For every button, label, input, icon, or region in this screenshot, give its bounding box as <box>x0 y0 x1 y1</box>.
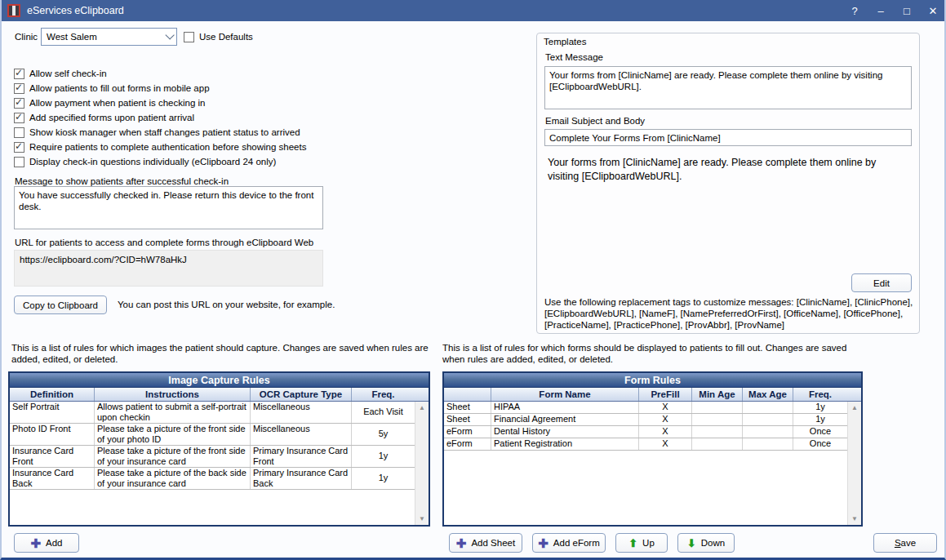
form-rules-header-row: Form Name PreFill Min Age Max Age Freq. <box>444 388 861 402</box>
form-rules-intro: This is a list of rules for which forms … <box>442 342 864 365</box>
email-subject-input[interactable]: Complete Your Forms From [ClinicName] <box>544 129 912 146</box>
image-rules-table-title: Image Capture Rules <box>10 373 429 388</box>
window-title: eServices eClipboard <box>27 5 124 16</box>
help-icon[interactable]: ? <box>842 0 868 21</box>
form-rules-scrollbar[interactable]: ▲ ▼ <box>847 402 861 525</box>
add-eform-button[interactable]: ✚ Add eForm <box>532 533 606 553</box>
clinic-label: Clinic <box>15 32 38 42</box>
checkbox-box[interactable]: ✓ <box>14 83 24 94</box>
option-allow-self-checkin[interactable]: ✓ Allow self check-in <box>14 67 107 80</box>
plus-icon: ✚ <box>538 537 549 549</box>
title-bar: eServices eClipboard ? – □ ✕ <box>0 0 946 21</box>
add-sheet-button[interactable]: ✚ Add Sheet <box>449 533 522 553</box>
table-row[interactable]: Sheet HIPAA X 1y <box>444 402 847 414</box>
image-rules-header-row: Definition Instructions OCR Capture Type… <box>10 388 429 402</box>
col-definition[interactable]: Definition <box>10 388 94 401</box>
add-image-rule-button[interactable]: ✚ Add <box>14 533 79 553</box>
option-label: Display check-in questions individually … <box>29 157 276 167</box>
move-down-button[interactable]: ⬇ Down <box>677 533 735 553</box>
checkin-message-input[interactable]: You have successfully checked in. Please… <box>14 186 323 229</box>
clinic-select[interactable]: West Salem <box>41 28 177 46</box>
col-max-age[interactable]: Max Age <box>742 388 793 401</box>
col-freq[interactable]: Freq. <box>351 388 415 401</box>
option-individual-questions[interactable]: ✓ Display check-in questions individuall… <box>14 155 276 168</box>
table-row[interactable]: Insurance Card Back Please take a pictur… <box>10 468 415 490</box>
chevron-down-icon <box>165 30 174 39</box>
col-min-age[interactable]: Min Age <box>691 388 742 401</box>
eclipboard-url-label: URL for patients to access and complete … <box>15 238 313 247</box>
save-button[interactable]: Save <box>873 533 937 553</box>
replacement-tags-note: Use the following replacement tags to cu… <box>544 296 915 331</box>
text-message-input[interactable]: Your forms from [ClinicName] are ready. … <box>544 66 912 109</box>
use-defaults-checkbox[interactable]: ✓ Use Defaults <box>184 30 253 43</box>
copy-url-note: You can post this URL on your website, f… <box>118 300 335 309</box>
option-label: Allow patients to fill out forms in mobi… <box>29 83 210 93</box>
form-rules-table-title: Form Rules <box>444 373 861 388</box>
col-form-freq[interactable]: Freq. <box>793 388 847 401</box>
checkbox-box[interactable]: ✓ <box>14 69 24 79</box>
templates-groupbox: Templates Text Message Your forms from [… <box>536 33 920 334</box>
option-label: Add specified forms upon patient arrival <box>29 113 194 122</box>
checkbox-box[interactable]: ✓ <box>14 157 24 167</box>
checkin-message-label: Message to show patients after successfu… <box>15 176 229 186</box>
image-rules-intro: This is a list of rules for which images… <box>11 342 433 365</box>
col-type[interactable] <box>444 388 491 401</box>
clinic-selected-value: West Salem <box>47 32 97 42</box>
col-instructions[interactable]: Instructions <box>94 388 250 401</box>
move-up-button[interactable]: ⬆ Up <box>615 533 668 553</box>
table-row[interactable]: Photo ID Front Please take a picture of … <box>10 424 415 446</box>
copy-to-clipboard-button[interactable]: Copy to Clipboard <box>14 296 107 314</box>
maximize-icon[interactable]: □ <box>894 0 920 21</box>
checkbox-box[interactable]: ✓ <box>14 127 24 138</box>
image-capture-rules-table: Image Capture Rules Definition Instructi… <box>8 371 430 527</box>
col-ocr-type[interactable]: OCR Capture Type <box>250 388 351 401</box>
table-row[interactable]: eForm Dental History X Once <box>444 426 847 438</box>
option-label: Require patients to complete authenticat… <box>29 142 306 152</box>
option-require-authentication[interactable]: ✓ Require patients to complete authentic… <box>14 140 306 153</box>
arrow-down-icon: ⬇ <box>687 538 696 549</box>
email-subject-body-label: Email Subject and Body <box>545 116 645 126</box>
app-logo-icon <box>7 4 20 17</box>
image-rules-scrollbar[interactable]: ▲ ▼ <box>415 402 429 525</box>
table-row[interactable]: Insurance Card Front Please take a pictu… <box>10 446 415 468</box>
form-rules-table: Form Rules Form Name PreFill Min Age Max… <box>442 371 863 527</box>
table-row[interactable]: Sheet Financial Agreement X 1y <box>444 414 847 426</box>
arrow-up-icon: ⬆ <box>628 538 637 549</box>
eclipboard-url-value: https://eclipboard.com/?CID=hW78aHkJ <box>14 250 323 287</box>
edit-templates-button[interactable]: Edit <box>851 273 912 292</box>
email-body-text: Your forms from [ClinicName] are ready. … <box>548 156 908 184</box>
option-add-forms-on-arrival[interactable]: ✓ Add specified forms upon patient arriv… <box>14 111 194 124</box>
plus-icon: ✚ <box>456 537 467 549</box>
checkbox-box[interactable]: ✓ <box>184 32 194 42</box>
scroll-down-icon[interactable]: ▼ <box>848 515 861 522</box>
option-mobile-forms[interactable]: ✓ Allow patients to fill out forms in mo… <box>14 82 210 95</box>
scroll-up-icon[interactable]: ▲ <box>415 404 429 411</box>
eclipboard-window: eServices eClipboard ? – □ ✕ Clinic West… <box>0 0 946 560</box>
text-message-label: Text Message <box>545 52 603 62</box>
option-allow-payment[interactable]: ✓ Allow payment when patient is checking… <box>14 96 205 109</box>
minimize-icon[interactable]: – <box>868 0 894 21</box>
option-show-kiosk-manager[interactable]: ✓ Show kiosk manager when staff changes … <box>14 126 300 139</box>
table-row[interactable]: Self Portrait Allows patient to submit a… <box>10 402 415 424</box>
col-prefill[interactable]: PreFill <box>638 388 691 401</box>
option-label: Allow self check-in <box>29 69 107 78</box>
option-label: Allow payment when patient is checking i… <box>29 98 205 108</box>
scroll-up-icon[interactable]: ▲ <box>848 404 861 411</box>
use-defaults-label: Use Defaults <box>199 32 253 42</box>
templates-group-label: Templates <box>544 37 586 47</box>
checkbox-box[interactable]: ✓ <box>14 98 24 109</box>
checkbox-box[interactable]: ✓ <box>14 142 24 153</box>
scroll-down-icon[interactable]: ▼ <box>415 515 429 522</box>
option-label: Show kiosk manager when staff changes pa… <box>29 127 300 137</box>
table-row[interactable]: eForm Patient Registration X Once <box>444 438 847 451</box>
close-icon[interactable]: ✕ <box>920 0 946 21</box>
plus-icon: ✚ <box>30 537 41 549</box>
checkbox-box[interactable]: ✓ <box>14 113 24 123</box>
col-form-name[interactable]: Form Name <box>491 388 638 401</box>
